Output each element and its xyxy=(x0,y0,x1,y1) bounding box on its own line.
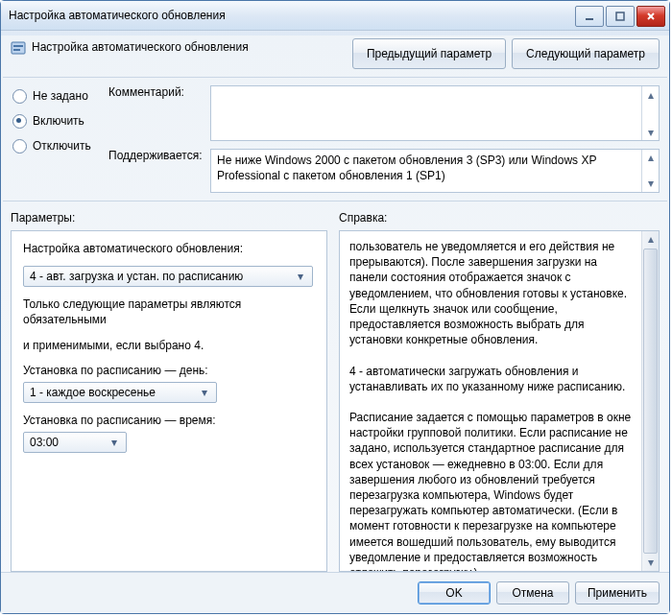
state-disabled[interactable]: Отключить xyxy=(12,135,108,156)
update-mode-dropdown[interactable]: 4 - авт. загрузка и устан. по расписанию… xyxy=(23,266,313,287)
scroll-down-icon: ▾ xyxy=(642,555,659,571)
window-buttons xyxy=(573,6,665,25)
radio-icon xyxy=(12,114,27,129)
supported-label: Поддерживается: xyxy=(108,149,210,193)
schedule-day-label: Установка по расписанию — день: xyxy=(23,363,315,378)
scroll-thumb[interactable] xyxy=(643,249,658,554)
chevron-down-icon: ▾ xyxy=(107,435,122,450)
options-box: Настройка автоматического обновления: 4 … xyxy=(11,230,327,572)
comment-supported-col: Комментарий: ▴ ▾ Поддерживается: Не ниже… xyxy=(108,85,660,193)
options-label: Параметры: xyxy=(11,211,327,230)
scroll-up-icon: ▴ xyxy=(642,86,659,103)
dialog-window: Настройка автоматического обновления Нас… xyxy=(0,0,670,614)
help-panel: Справка: пользователь не уведомляется и … xyxy=(339,211,660,572)
scroll-up-icon: ▴ xyxy=(642,150,659,166)
settings-grid: Не задано Включить Отключить Комментарий… xyxy=(1,78,669,197)
dropdown-value: 03:00 xyxy=(30,435,107,450)
options-heading: Настройка автоматического обновления: xyxy=(23,241,315,256)
schedule-day-dropdown[interactable]: 1 - каждое воскресенье ▾ xyxy=(23,382,217,403)
radio-label: Отключить xyxy=(33,139,91,153)
comment-label: Комментарий: xyxy=(108,85,210,141)
scroll-down-icon: ▾ xyxy=(642,124,659,140)
maximize-button[interactable] xyxy=(606,6,635,27)
next-setting-button[interactable]: Следующий параметр xyxy=(512,38,660,69)
radio-icon xyxy=(12,139,27,154)
ok-button[interactable]: OK xyxy=(418,581,491,604)
svg-rect-6 xyxy=(13,49,20,51)
maximize-icon xyxy=(615,12,625,21)
schedule-time-dropdown[interactable]: 03:00 ▾ xyxy=(23,432,127,453)
chevron-down-icon: ▾ xyxy=(293,269,308,284)
state-radio-group: Не задано Включить Отключить xyxy=(12,85,108,193)
previous-setting-button[interactable]: Предыдущий параметр xyxy=(352,38,506,69)
supported-box: Не ниже Windows 2000 с пакетом обновлени… xyxy=(210,149,660,193)
supported-text: Не ниже Windows 2000 с пакетом обновлени… xyxy=(217,154,596,182)
state-not-configured[interactable]: Не задано xyxy=(12,85,108,107)
help-text: пользователь не уведомляется и его дейст… xyxy=(349,239,637,572)
svg-rect-5 xyxy=(13,45,23,47)
supported-row: Поддерживается: Не ниже Windows 2000 с п… xyxy=(108,149,660,193)
window-title: Настройка автоматического обновления xyxy=(9,9,573,22)
dropdown-value: 1 - каждое воскресенье xyxy=(30,385,197,400)
footer: OK Отмена Применить xyxy=(1,572,669,613)
svg-rect-1 xyxy=(616,12,624,20)
radio-icon xyxy=(12,89,27,104)
supported-scrollbar[interactable]: ▴ ▾ xyxy=(641,150,659,192)
minimize-button[interactable] xyxy=(575,6,604,27)
help-label: Справка: xyxy=(339,211,660,230)
comment-row: Комментарий: ▴ ▾ xyxy=(108,85,660,141)
titlebar: Настройка автоматического обновления xyxy=(1,1,669,31)
svg-rect-4 xyxy=(12,42,25,54)
scroll-down-icon: ▾ xyxy=(642,176,659,192)
apply-button[interactable]: Применить xyxy=(575,581,660,604)
options-panel: Параметры: Настройка автоматического обн… xyxy=(11,211,327,572)
minimize-icon xyxy=(585,12,594,21)
help-box: пользователь не уведомляется и его дейст… xyxy=(339,230,660,572)
comment-input[interactable]: ▴ ▾ xyxy=(210,85,660,141)
header: Настройка автоматического обновления Пре… xyxy=(1,31,669,77)
chevron-down-icon: ▾ xyxy=(197,385,212,400)
scroll-up-icon: ▴ xyxy=(642,231,659,248)
close-button[interactable] xyxy=(636,6,665,27)
close-icon xyxy=(646,12,656,21)
panels: Параметры: Настройка автоматического обн… xyxy=(1,207,669,572)
cancel-button[interactable]: Отмена xyxy=(496,581,569,604)
help-scrollbar[interactable]: ▴ ▾ xyxy=(641,231,659,571)
dropdown-value: 4 - авт. загрузка и устан. по расписанию xyxy=(30,269,293,284)
divider xyxy=(3,201,667,201)
radio-label: Включить xyxy=(33,114,84,128)
options-note2: и применимыми, если выбрано 4. xyxy=(23,338,315,353)
radio-label: Не задано xyxy=(33,89,88,103)
header-title: Настройка автоматического обновления xyxy=(32,38,347,54)
options-note: Только следующие параметры являются обяз… xyxy=(23,296,315,327)
comment-scrollbar[interactable]: ▴ ▾ xyxy=(641,86,659,140)
state-enabled[interactable]: Включить xyxy=(12,110,108,131)
schedule-time-label: Установка по расписанию — время: xyxy=(23,413,315,428)
policy-icon xyxy=(11,40,26,56)
